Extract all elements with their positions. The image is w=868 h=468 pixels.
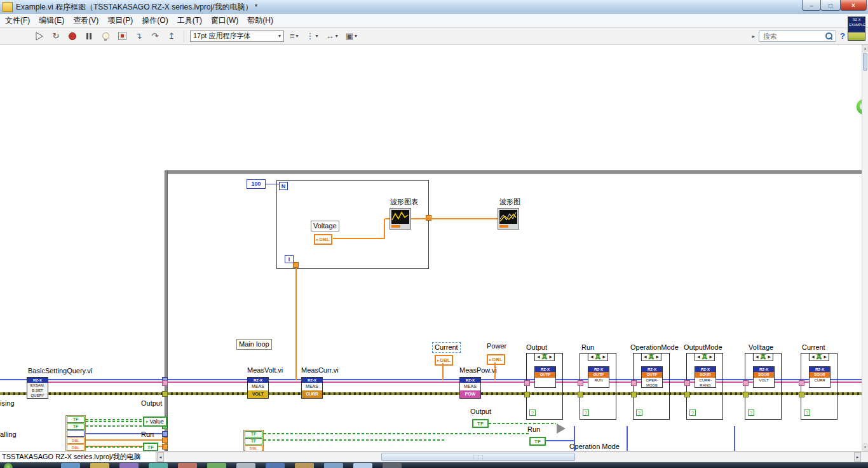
- subvi-icon[interactable]: RZ-X OUTP RUN: [588, 366, 609, 388]
- tunnel[interactable]: [743, 392, 749, 397]
- menu-tools[interactable]: 工具(T): [177, 15, 202, 26]
- operation-mode-label[interactable]: Operation Mode: [569, 443, 620, 450]
- case-question-terminal[interactable]: ?: [636, 410, 642, 416]
- step-into-button[interactable]: ↴: [132, 30, 145, 43]
- tf-constant[interactable]: TF: [472, 419, 489, 428]
- iteration-terminal[interactable]: i: [285, 255, 294, 263]
- taskbar-icon[interactable]: [324, 463, 343, 468]
- run-tf-label[interactable]: Run: [527, 425, 540, 433]
- horizontal-scroll-thumb[interactable]: ⋮⋮⋮: [381, 453, 575, 461]
- taskbar-icon[interactable]: [178, 463, 197, 468]
- menu-window[interactable]: 窗口(W): [211, 15, 238, 26]
- run-continuous-button[interactable]: ↻: [50, 30, 62, 43]
- case-structure-voltage[interactable]: ◀ 真 ▶ RZ-X SOUR VOLT ?: [745, 353, 782, 420]
- int-constant[interactable]: [67, 430, 85, 437]
- tf-constant[interactable]: TF: [67, 423, 85, 430]
- voltage-label[interactable]: Voltage: [311, 221, 339, 231]
- tunnel[interactable]: [631, 392, 637, 397]
- tf-constant[interactable]: TF: [143, 443, 158, 451]
- search-input[interactable]: [762, 32, 823, 41]
- tunnel[interactable]: [799, 380, 804, 386]
- case-question-terminal[interactable]: ?: [689, 410, 696, 416]
- subvi-label[interactable]: BasicSettingQuery.vi: [28, 367, 92, 375]
- case-question-terminal[interactable]: ?: [804, 410, 810, 416]
- waveform-chart-label[interactable]: 波形图表: [390, 197, 418, 207]
- step-over-button[interactable]: ↷: [149, 30, 161, 43]
- scroll-up-icon[interactable]: ▲: [862, 45, 868, 52]
- case-label[interactable]: Output: [526, 343, 547, 351]
- run-left-label[interactable]: Run: [141, 430, 154, 438]
- wire-error[interactable]: [0, 392, 868, 395]
- rising-label-clipped[interactable]: ising: [0, 399, 15, 407]
- case-label[interactable]: Run: [581, 343, 594, 351]
- case-next-icon[interactable]: ▶: [710, 354, 713, 361]
- tunnel[interactable]: [524, 392, 530, 397]
- subvi-label[interactable]: MeasVolt.vi: [247, 366, 283, 374]
- cluster-constant[interactable]: TF TF DBL: [243, 430, 264, 451]
- subvi-measvolt-icon[interactable]: RZ-X MEAS VOLT: [247, 377, 269, 399]
- taskbar-icon[interactable]: [207, 463, 226, 468]
- main-loop-label[interactable]: Main loop: [236, 339, 272, 350]
- case-prev-icon[interactable]: ◀: [697, 354, 700, 361]
- while-loop-border-top[interactable]: [165, 170, 863, 174]
- menu-edit[interactable]: 编辑(E): [39, 15, 64, 26]
- case-prev-icon[interactable]: ◀: [756, 354, 759, 361]
- taskbar-icon[interactable]: [119, 463, 139, 468]
- wire-bool[interactable]: [489, 423, 556, 424]
- wire-dbl[interactable]: [494, 362, 496, 380]
- taskbar-icon-active[interactable]: [353, 463, 372, 468]
- wire-dbl[interactable]: [411, 218, 498, 219]
- minimize-button[interactable]: –: [802, 0, 821, 11]
- dbl-constant[interactable]: DBL: [67, 437, 85, 444]
- menu-help[interactable]: 帮助(H): [247, 15, 273, 26]
- wire-int[interactable]: [266, 184, 279, 184]
- case-structure-run[interactable]: ◀ 真 ▶ RZ-X OUTP RUN ?: [580, 353, 616, 420]
- voltage-dbl-terminal[interactable]: ▸ DBL: [314, 234, 332, 245]
- search-box[interactable]: [759, 31, 836, 42]
- case-structure-output[interactable]: ◀ 真 ▶ RZ-X OUTP ?: [526, 353, 563, 420]
- wire-bool[interactable]: [264, 439, 445, 441]
- case-label[interactable]: OperationMode: [630, 343, 679, 351]
- retain-wire-values-button[interactable]: [116, 30, 128, 43]
- tunnel[interactable]: [631, 380, 637, 386]
- case-selector[interactable]: ◀ 真 ▶: [753, 353, 773, 361]
- case-prev-icon[interactable]: ◀: [590, 354, 593, 361]
- power-dbl-terminal[interactable]: ▸ DBL: [487, 354, 505, 365]
- menu-view[interactable]: 查看(V): [73, 15, 98, 26]
- select-node-icon[interactable]: [557, 423, 566, 434]
- output-left-label[interactable]: Output: [141, 399, 162, 407]
- tunnel[interactable]: [578, 392, 583, 397]
- waveform-chart-terminal[interactable]: [390, 208, 411, 230]
- start-button[interactable]: [4, 463, 13, 468]
- scroll-right-icon[interactable]: ▸: [854, 452, 861, 462]
- subvi-label[interactable]: MeasCurr.vi: [301, 366, 339, 374]
- taskbar-icon[interactable]: [383, 463, 402, 468]
- falling-label-clipped[interactable]: alling: [0, 430, 17, 438]
- wire-bool[interactable]: [86, 421, 143, 422]
- count-terminal[interactable]: N: [279, 182, 288, 190]
- tunnel[interactable]: [162, 431, 168, 437]
- close-button[interactable]: ×: [840, 0, 867, 11]
- value-indicator[interactable]: ▸ Value: [143, 416, 167, 427]
- abort-button[interactable]: [66, 30, 79, 43]
- reorder-objects-dropdown[interactable]: ▣ ▾: [344, 30, 359, 43]
- case-selector[interactable]: ◀ 真 ▶: [641, 353, 661, 361]
- case-question-terminal[interactable]: ?: [529, 410, 536, 416]
- font-settings-dropdown[interactable]: 17pt 应用程序字体 ▾: [190, 31, 284, 42]
- cluster-constant[interactable]: TF TF DBL DBL: [65, 415, 86, 451]
- subvi-label[interactable]: MeasPow.vi: [459, 366, 497, 374]
- maximize-button[interactable]: □: [820, 0, 841, 11]
- tunnel[interactable]: [162, 380, 168, 386]
- case-structure-current[interactable]: ◀ 真 ▶ RZ-X SOUR CURR ?: [801, 353, 837, 420]
- tunnel[interactable]: [293, 262, 299, 268]
- case-label[interactable]: OutputMode: [684, 343, 722, 351]
- power-indicator-label[interactable]: Power: [487, 342, 506, 350]
- scroll-down-icon[interactable]: ▼: [862, 443, 868, 451]
- menu-operate[interactable]: 操作(O): [142, 15, 168, 26]
- subvi-basicsettingquery-icon[interactable]: RZ-X EXSAM. B.SET QUERY: [27, 377, 48, 399]
- run-button[interactable]: [33, 30, 46, 43]
- tunnel[interactable]: [684, 392, 690, 397]
- case-selector[interactable]: ◀ 真 ▶: [809, 353, 829, 361]
- case-question-terminal[interactable]: ?: [748, 410, 754, 416]
- wire-int[interactable]: [546, 440, 575, 441]
